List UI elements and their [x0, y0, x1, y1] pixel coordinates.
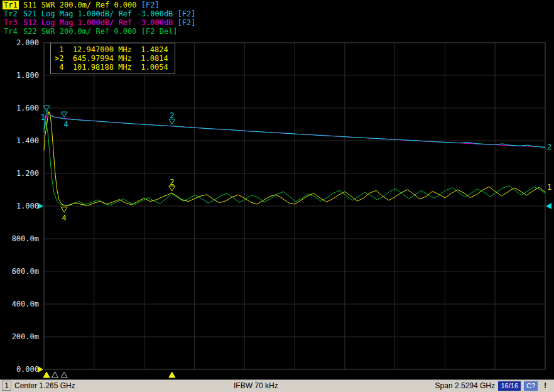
averaging-counter-badge: 16/16	[498, 381, 521, 391]
trace-id-tr1[interactable]: Tr1	[3, 1, 19, 9]
alert-indicator: !	[544, 381, 546, 391]
trace-description: S11 SWR 200.0m/ Ref 0.000	[19, 1, 141, 9]
ifbw-label: IFBW 70 kHz	[234, 381, 278, 391]
marker-4-triangle[interactable]	[61, 112, 67, 117]
marker-readout-row: 4 101.98188 MHz 1.0054	[55, 63, 168, 72]
trace-end-label-2: 2	[547, 143, 551, 151]
vna-screen: 1422421 2.0001.8001.6001.4001.2001.00080…	[0, 0, 554, 392]
y-axis-label: 1.800	[0, 71, 39, 80]
y-axis-label: 400.0m	[0, 300, 39, 308]
ref-level-arrow-right	[546, 203, 551, 209]
y-axis-label: 800.0m	[0, 234, 39, 243]
y-axis-label: 2.000	[0, 38, 39, 47]
trace-description: S22 SWR 200.0m/ Ref 0.000	[19, 27, 141, 36]
marker-4-label: 4	[64, 120, 68, 129]
marker-readout-row: >2 645.97994 MHz 1.0814	[55, 54, 168, 63]
trace-legend-line-tr2[interactable]: Tr2 S21 Log Mag 1.000dB/ Ref -3.000dB [F…	[3, 9, 195, 18]
trace-legend-line-tr3[interactable]: Tr3 S12 Log Mag 1.000dB/ Ref -3.000dB [F…	[3, 18, 195, 27]
trace-fixture-tag: [F2]	[178, 9, 196, 18]
center-frequency-label: Center 1.265 GHz	[14, 381, 75, 391]
marker-4-label: 4	[62, 214, 67, 222]
y-axis-label: 600.0m	[0, 267, 39, 276]
trace-end-label-1: 1	[547, 183, 551, 192]
trace-description: S12 Log Mag 1.000dB/ Ref -3.000dB	[19, 18, 178, 27]
stimulus-marker-tick[interactable]	[169, 372, 175, 378]
trace-fixture-tag: [F2]	[178, 18, 196, 27]
stimulus-marker-tick[interactable]	[61, 372, 67, 378]
trace-legend-line-tr4[interactable]: Tr4 S22 SWR 200.0m/ Ref 0.000 [F2 Del]	[3, 27, 195, 36]
correction-status-badge: C?	[524, 381, 538, 391]
y-axis-label: 1.000	[0, 202, 39, 210]
marker-2-triangle[interactable]	[169, 119, 175, 124]
trace-id-tr4[interactable]: Tr4	[3, 27, 19, 36]
marker-2-label: 2	[170, 111, 174, 120]
marker-1-label: 1	[40, 113, 45, 122]
y-axis-label: 0.000	[0, 365, 39, 374]
status-bar: 1 Center 1.265 GHz IFBW 70 kHz Span 2.52…	[0, 379, 554, 392]
stimulus-marker-tick[interactable]	[43, 372, 50, 378]
span-label: Span 2.5294 GHz	[435, 381, 495, 391]
trace-fixture-tag: [F2 Del]	[141, 27, 178, 36]
trace-id-tr3[interactable]: Tr3	[3, 18, 19, 27]
stimulus-marker-tick[interactable]	[52, 372, 58, 378]
trace-description: S21 Log Mag 1.000dB/ Ref -3.000dB	[19, 9, 178, 18]
y-axis-label: 1.400	[0, 136, 39, 145]
y-axis-label: 200.0m	[0, 332, 39, 341]
marker-readout-row: 1 12.947000 MHz 1.4824	[55, 45, 168, 54]
y-axis-label: 1.200	[0, 169, 39, 178]
y-axis-label: 1.600	[0, 104, 39, 112]
trace-fixture-tag: [F2]	[141, 1, 160, 9]
trace-id-tr2[interactable]: Tr2	[3, 9, 19, 18]
marker-4-triangle[interactable]	[61, 207, 67, 212]
channel-indicator: 1	[2, 381, 11, 391]
marker-2-label: 2	[170, 178, 174, 187]
trace-legend: Tr1 S11 SWR 200.0m/ Ref 0.000 [F2]Tr2 S2…	[3, 1, 195, 36]
trace-legend-line-tr1[interactable]: Tr1 S11 SWR 200.0m/ Ref 0.000 [F2]	[3, 1, 195, 9]
marker-readout: 1 12.947000 MHz 1.4824>2 645.97994 MHz 1…	[50, 43, 175, 74]
marker-2-triangle[interactable]	[169, 186, 175, 191]
